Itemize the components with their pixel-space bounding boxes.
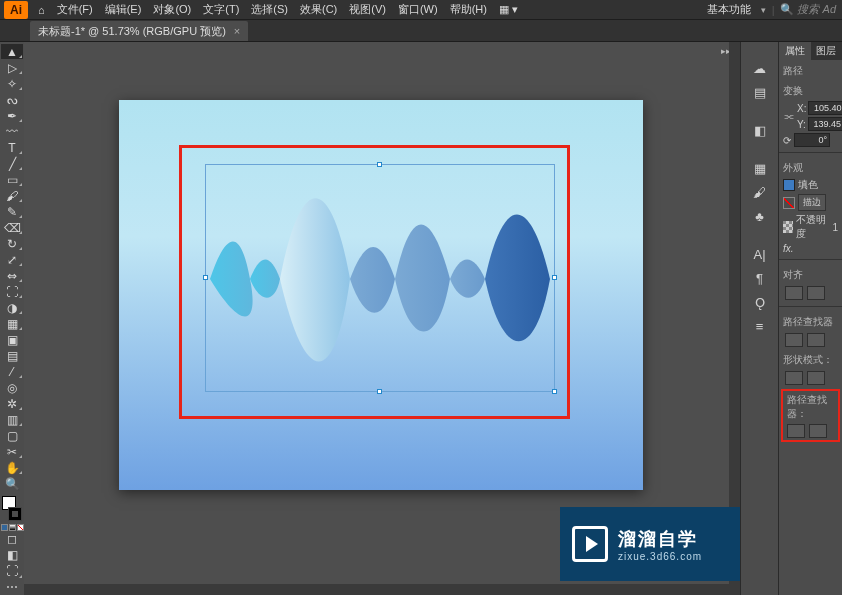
pathfinder-icon[interactable]	[807, 333, 825, 347]
rectangle-tool[interactable]: ▭	[1, 172, 23, 187]
stroke-swatch[interactable]	[8, 507, 22, 521]
free-transform-tool[interactable]: ⛶	[1, 284, 23, 299]
width-tool[interactable]: ⇔	[1, 268, 23, 283]
mesh-tool[interactable]: ▣	[1, 332, 23, 347]
divider: |	[772, 4, 775, 16]
paintbrush-tool[interactable]: 🖌	[1, 188, 23, 203]
shaper-tool[interactable]: ✎	[1, 204, 23, 219]
section-align-header: 对齐	[779, 264, 842, 284]
rotate-tool[interactable]: ↻	[1, 236, 23, 251]
color-mode-gradient[interactable]	[9, 524, 16, 531]
canvas[interactable]: ▸▸ |	[24, 42, 740, 595]
arrange-docs-icon[interactable]: ▦ ▾	[493, 3, 524, 16]
workspace-switcher[interactable]: 基本功能	[703, 2, 755, 17]
tab-layers[interactable]: 图层	[811, 42, 843, 60]
color-panel-icon[interactable]: ◧	[747, 120, 773, 140]
search-box[interactable]: 🔍 搜索 Ad	[780, 2, 836, 17]
stroke-button[interactable]: 描边	[798, 194, 826, 211]
opacity-row: 不透明度 1	[779, 212, 842, 242]
opentype-panel-icon[interactable]: Ǫ	[747, 292, 773, 312]
swatches-panel-icon[interactable]: ▦	[747, 158, 773, 178]
align-left-button[interactable]	[785, 286, 803, 300]
curvature-tool[interactable]: 〰	[1, 124, 23, 139]
x-field[interactable]: 105.40	[808, 101, 842, 115]
stroke-swatch-icon[interactable]	[783, 197, 795, 209]
watermark-url: zixue.3d66.com	[618, 551, 702, 562]
draw-mode-normal[interactable]: ◻	[1, 532, 23, 547]
hand-tool[interactable]: ✋	[1, 460, 23, 475]
color-mode-solid[interactable]	[1, 524, 8, 531]
libraries-icon[interactable]: ☁	[747, 58, 773, 78]
shape-mode-unite[interactable]	[785, 371, 803, 385]
menu-effect[interactable]: 效果(C)	[294, 2, 343, 17]
tab-properties[interactable]: 属性	[779, 42, 811, 60]
brushes-panel-icon[interactable]: 🖌	[747, 182, 773, 202]
eraser-tool[interactable]: ⌫	[1, 220, 23, 235]
gradient-tool[interactable]: ▤	[1, 348, 23, 363]
section-path-header: 路径	[779, 60, 842, 80]
selection-handle[interactable]	[377, 162, 382, 167]
rotate-icon: ⟳	[783, 135, 791, 146]
eyedropper-tool[interactable]: ⁄	[1, 364, 23, 379]
menu-type[interactable]: 文字(T)	[197, 2, 245, 17]
opacity-value[interactable]: 1	[832, 222, 838, 233]
pathfinder-trim-button[interactable]	[809, 424, 827, 438]
link-icon[interactable]: ⫘	[783, 102, 794, 130]
slice-tool[interactable]: ✂	[1, 444, 23, 459]
menu-view[interactable]: 视图(V)	[343, 2, 392, 17]
scale-tool[interactable]: ⤢	[1, 252, 23, 267]
pathfinder-divide-button[interactable]	[787, 424, 805, 438]
home-icon[interactable]: ⌂	[38, 4, 45, 16]
selection-handle[interactable]	[377, 389, 382, 394]
paragraph-panel-icon[interactable]: ¶	[747, 268, 773, 288]
fx-row[interactable]: fx.	[779, 242, 842, 255]
lasso-tool[interactable]: ᔓ	[1, 92, 23, 107]
align-hcenter-button[interactable]	[807, 286, 825, 300]
magic-wand-tool[interactable]: ✧	[1, 76, 23, 91]
symbols-panel-icon[interactable]: ♣	[747, 206, 773, 226]
opacity-icon	[783, 221, 793, 233]
artboard-tool[interactable]: ▢	[1, 428, 23, 443]
character-panel-icon[interactable]: A|	[747, 244, 773, 264]
pathfinder-icon[interactable]	[785, 333, 803, 347]
document-icon[interactable]: ▤	[747, 82, 773, 102]
screen-mode[interactable]: ⛶	[1, 564, 23, 579]
scrollbar-horizontal[interactable]	[24, 584, 740, 595]
menu-file[interactable]: 文件(F)	[51, 2, 99, 17]
type-tool[interactable]: T	[1, 140, 23, 155]
fill-swatch-icon[interactable]	[783, 179, 795, 191]
menu-help[interactable]: 帮助(H)	[444, 2, 493, 17]
perspective-tool[interactable]: ▦	[1, 316, 23, 331]
selection-bounding-box[interactable]	[205, 164, 555, 392]
angle-field[interactable]: 0°	[794, 133, 830, 147]
symbol-sprayer-tool[interactable]: ✲	[1, 396, 23, 411]
menu-select[interactable]: 选择(S)	[245, 2, 294, 17]
menu-edit[interactable]: 编辑(E)	[99, 2, 148, 17]
section-pathfinder-header: 路径查找器	[779, 311, 842, 331]
menu-window[interactable]: 窗口(W)	[392, 2, 444, 17]
artboard	[119, 100, 643, 490]
blend-tool[interactable]: ◎	[1, 380, 23, 395]
selection-tool[interactable]: ▲	[1, 44, 23, 59]
column-graph-tool[interactable]: ▥	[1, 412, 23, 427]
selection-handle[interactable]	[552, 389, 557, 394]
line-tool[interactable]: ╱	[1, 156, 23, 171]
document-tab[interactable]: 未标题-1* @ 51.73% (RGB/GPU 预览) ×	[30, 21, 248, 41]
shape-mode-minus[interactable]	[807, 371, 825, 385]
menu-object[interactable]: 对象(O)	[147, 2, 197, 17]
zoom-tool[interactable]: 🔍	[1, 476, 23, 491]
chevron-down-icon[interactable]: ▾	[761, 5, 766, 15]
shape-mode-row	[779, 369, 842, 387]
selection-handle[interactable]	[203, 275, 208, 280]
fill-stroke-swatch[interactable]	[2, 496, 22, 520]
pen-tool[interactable]: ✒	[1, 108, 23, 123]
edit-toolbar[interactable]: ⋯	[1, 580, 23, 595]
y-field[interactable]: 139.45	[808, 117, 842, 131]
direct-selection-tool[interactable]: ▷	[1, 60, 23, 75]
close-icon[interactable]: ×	[234, 25, 240, 37]
color-mode-none[interactable]	[17, 524, 24, 531]
selection-handle[interactable]	[552, 275, 557, 280]
overflow-icon[interactable]: ≡	[747, 316, 773, 336]
draw-mode-behind[interactable]: ◧	[1, 548, 23, 563]
shape-builder-tool[interactable]: ◑	[1, 300, 23, 315]
